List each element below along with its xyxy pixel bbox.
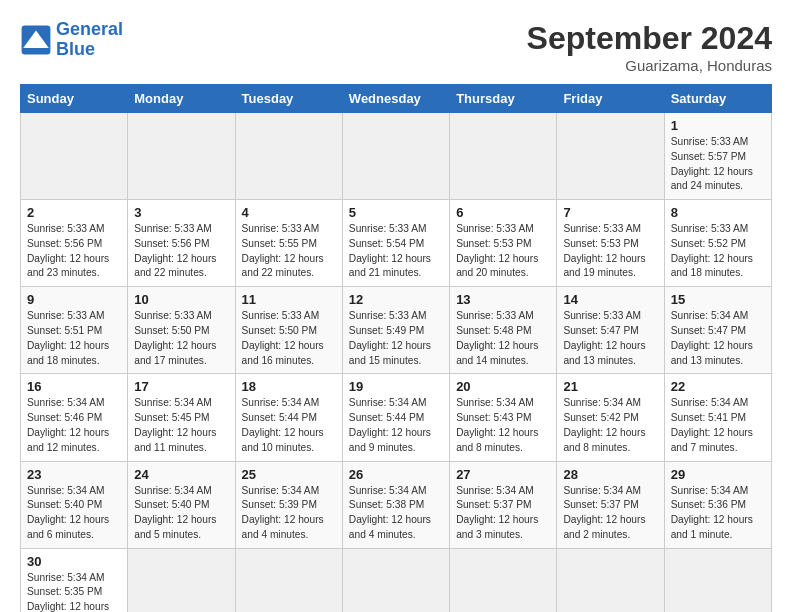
calendar-day-cell: 8Sunrise: 5:33 AMSunset: 5:52 PMDaylight… [664, 200, 771, 287]
day-number: 15 [671, 292, 765, 307]
calendar-day-cell: 12Sunrise: 5:33 AMSunset: 5:49 PMDayligh… [342, 287, 449, 374]
day-number: 30 [27, 554, 121, 569]
day-number: 23 [27, 467, 121, 482]
day-number: 10 [134, 292, 228, 307]
day-info: Sunrise: 5:33 AMSunset: 5:47 PMDaylight:… [563, 309, 657, 368]
calendar-day-cell: 22Sunrise: 5:34 AMSunset: 5:41 PMDayligh… [664, 374, 771, 461]
calendar-day-cell [450, 113, 557, 200]
calendar-day-cell: 28Sunrise: 5:34 AMSunset: 5:37 PMDayligh… [557, 461, 664, 548]
day-info: Sunrise: 5:34 AMSunset: 5:39 PMDaylight:… [242, 484, 336, 543]
calendar-day-cell [235, 548, 342, 612]
day-info: Sunrise: 5:33 AMSunset: 5:53 PMDaylight:… [563, 222, 657, 281]
day-info: Sunrise: 5:34 AMSunset: 5:40 PMDaylight:… [27, 484, 121, 543]
day-info: Sunrise: 5:34 AMSunset: 5:40 PMDaylight:… [134, 484, 228, 543]
day-number: 2 [27, 205, 121, 220]
day-of-week-header: Thursday [450, 85, 557, 113]
day-number: 14 [563, 292, 657, 307]
calendar-day-cell: 21Sunrise: 5:34 AMSunset: 5:42 PMDayligh… [557, 374, 664, 461]
day-number: 6 [456, 205, 550, 220]
calendar-day-cell: 13Sunrise: 5:33 AMSunset: 5:48 PMDayligh… [450, 287, 557, 374]
calendar-day-cell: 5Sunrise: 5:33 AMSunset: 5:54 PMDaylight… [342, 200, 449, 287]
day-number: 17 [134, 379, 228, 394]
calendar-header-row: SundayMondayTuesdayWednesdayThursdayFrid… [21, 85, 772, 113]
logo: General Blue [20, 20, 123, 60]
day-number: 28 [563, 467, 657, 482]
calendar-day-cell: 29Sunrise: 5:34 AMSunset: 5:36 PMDayligh… [664, 461, 771, 548]
day-info: Sunrise: 5:34 AMSunset: 5:46 PMDaylight:… [27, 396, 121, 455]
calendar-day-cell: 26Sunrise: 5:34 AMSunset: 5:38 PMDayligh… [342, 461, 449, 548]
calendar-day-cell [342, 548, 449, 612]
day-info: Sunrise: 5:34 AMSunset: 5:47 PMDaylight:… [671, 309, 765, 368]
calendar-day-cell: 2Sunrise: 5:33 AMSunset: 5:56 PMDaylight… [21, 200, 128, 287]
calendar-day-cell: 24Sunrise: 5:34 AMSunset: 5:40 PMDayligh… [128, 461, 235, 548]
calendar-week-row: 16Sunrise: 5:34 AMSunset: 5:46 PMDayligh… [21, 374, 772, 461]
day-number: 18 [242, 379, 336, 394]
day-info: Sunrise: 5:33 AMSunset: 5:51 PMDaylight:… [27, 309, 121, 368]
month-title: September 2024 [527, 20, 772, 57]
calendar-day-cell: 7Sunrise: 5:33 AMSunset: 5:53 PMDaylight… [557, 200, 664, 287]
calendar-week-row: 9Sunrise: 5:33 AMSunset: 5:51 PMDaylight… [21, 287, 772, 374]
location-subtitle: Guarizama, Honduras [527, 57, 772, 74]
day-number: 13 [456, 292, 550, 307]
calendar-day-cell [128, 548, 235, 612]
day-info: Sunrise: 5:34 AMSunset: 5:44 PMDaylight:… [242, 396, 336, 455]
calendar-day-cell: 4Sunrise: 5:33 AMSunset: 5:55 PMDaylight… [235, 200, 342, 287]
calendar-day-cell: 27Sunrise: 5:34 AMSunset: 5:37 PMDayligh… [450, 461, 557, 548]
day-info: Sunrise: 5:33 AMSunset: 5:53 PMDaylight:… [456, 222, 550, 281]
calendar-day-cell: 23Sunrise: 5:34 AMSunset: 5:40 PMDayligh… [21, 461, 128, 548]
day-number: 29 [671, 467, 765, 482]
day-number: 5 [349, 205, 443, 220]
day-info: Sunrise: 5:34 AMSunset: 5:41 PMDaylight:… [671, 396, 765, 455]
calendar-day-cell: 11Sunrise: 5:33 AMSunset: 5:50 PMDayligh… [235, 287, 342, 374]
calendar-day-cell: 30Sunrise: 5:34 AMSunset: 5:35 PMDayligh… [21, 548, 128, 612]
logo-icon [20, 24, 52, 56]
day-info: Sunrise: 5:34 AMSunset: 5:37 PMDaylight:… [456, 484, 550, 543]
day-of-week-header: Monday [128, 85, 235, 113]
day-number: 11 [242, 292, 336, 307]
calendar-day-cell: 3Sunrise: 5:33 AMSunset: 5:56 PMDaylight… [128, 200, 235, 287]
day-number: 16 [27, 379, 121, 394]
calendar-day-cell [557, 113, 664, 200]
day-number: 24 [134, 467, 228, 482]
day-number: 20 [456, 379, 550, 394]
day-number: 26 [349, 467, 443, 482]
day-info: Sunrise: 5:34 AMSunset: 5:37 PMDaylight:… [563, 484, 657, 543]
calendar-day-cell: 16Sunrise: 5:34 AMSunset: 5:46 PMDayligh… [21, 374, 128, 461]
day-info: Sunrise: 5:33 AMSunset: 5:57 PMDaylight:… [671, 135, 765, 194]
calendar-day-cell: 19Sunrise: 5:34 AMSunset: 5:44 PMDayligh… [342, 374, 449, 461]
day-info: Sunrise: 5:34 AMSunset: 5:42 PMDaylight:… [563, 396, 657, 455]
day-number: 7 [563, 205, 657, 220]
day-number: 8 [671, 205, 765, 220]
calendar-day-cell: 20Sunrise: 5:34 AMSunset: 5:43 PMDayligh… [450, 374, 557, 461]
calendar-day-cell [664, 548, 771, 612]
calendar-day-cell: 10Sunrise: 5:33 AMSunset: 5:50 PMDayligh… [128, 287, 235, 374]
calendar-day-cell [450, 548, 557, 612]
day-number: 12 [349, 292, 443, 307]
day-info: Sunrise: 5:33 AMSunset: 5:52 PMDaylight:… [671, 222, 765, 281]
day-number: 27 [456, 467, 550, 482]
calendar-week-row: 2Sunrise: 5:33 AMSunset: 5:56 PMDaylight… [21, 200, 772, 287]
day-of-week-header: Sunday [21, 85, 128, 113]
calendar-day-cell [235, 113, 342, 200]
calendar-table: SundayMondayTuesdayWednesdayThursdayFrid… [20, 84, 772, 612]
calendar-day-cell [128, 113, 235, 200]
day-number: 21 [563, 379, 657, 394]
calendar-day-cell: 17Sunrise: 5:34 AMSunset: 5:45 PMDayligh… [128, 374, 235, 461]
day-number: 19 [349, 379, 443, 394]
day-of-week-header: Saturday [664, 85, 771, 113]
day-info: Sunrise: 5:33 AMSunset: 5:56 PMDaylight:… [27, 222, 121, 281]
day-info: Sunrise: 5:33 AMSunset: 5:55 PMDaylight:… [242, 222, 336, 281]
day-info: Sunrise: 5:34 AMSunset: 5:36 PMDaylight:… [671, 484, 765, 543]
logo-text: General Blue [56, 20, 123, 60]
calendar-day-cell: 25Sunrise: 5:34 AMSunset: 5:39 PMDayligh… [235, 461, 342, 548]
calendar-day-cell [342, 113, 449, 200]
day-info: Sunrise: 5:33 AMSunset: 5:49 PMDaylight:… [349, 309, 443, 368]
calendar-day-cell: 15Sunrise: 5:34 AMSunset: 5:47 PMDayligh… [664, 287, 771, 374]
page-header: General Blue September 2024 Guarizama, H… [20, 20, 772, 74]
calendar-day-cell: 14Sunrise: 5:33 AMSunset: 5:47 PMDayligh… [557, 287, 664, 374]
calendar-week-row: 1Sunrise: 5:33 AMSunset: 5:57 PMDaylight… [21, 113, 772, 200]
day-info: Sunrise: 5:34 AMSunset: 5:45 PMDaylight:… [134, 396, 228, 455]
day-number: 1 [671, 118, 765, 133]
day-number: 22 [671, 379, 765, 394]
calendar-day-cell [557, 548, 664, 612]
